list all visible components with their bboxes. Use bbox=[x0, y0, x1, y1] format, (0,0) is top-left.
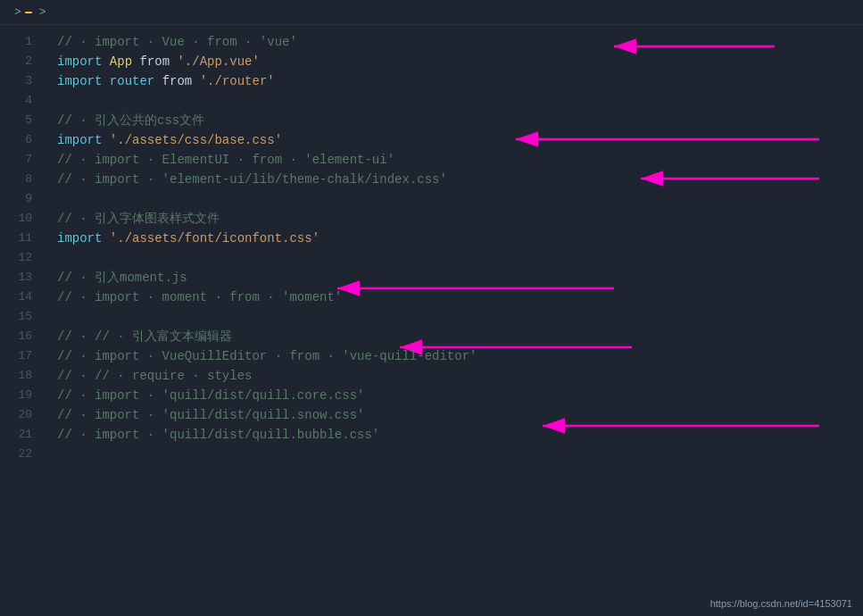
code-token-comment: // · import · ElementUI · from · 'elemen… bbox=[57, 153, 394, 167]
line-number: 1 bbox=[0, 32, 43, 52]
line-number: 9 bbox=[0, 189, 43, 209]
code-token-keyword: import bbox=[57, 54, 102, 69]
code-token-keyword: import bbox=[57, 231, 102, 246]
code-line: // · import · 'quill/dist/quill.bubble.c… bbox=[57, 425, 849, 445]
line-number: 2 bbox=[0, 52, 43, 71]
line-number: 17 bbox=[0, 346, 43, 366]
code-line bbox=[57, 307, 849, 327]
line-number: 12 bbox=[0, 248, 43, 268]
code-token-comment: // · import · VueQuillEditor · from · 'v… bbox=[57, 349, 477, 363]
code-line: // · 引入字体图表样式文件 bbox=[57, 209, 849, 229]
line-number: 19 bbox=[0, 386, 43, 405]
line-number: 4 bbox=[0, 91, 43, 111]
code-token-comment: // · import · moment · from · 'moment' bbox=[57, 290, 342, 304]
code-line: // · // · require · styles bbox=[57, 366, 849, 386]
line-number: 10 bbox=[0, 209, 43, 229]
code-line: import router from './router' bbox=[57, 71, 849, 91]
code-token-identifier: App bbox=[110, 54, 132, 69]
line-number: 7 bbox=[0, 150, 43, 170]
code-token-string: './router' bbox=[200, 74, 275, 88]
line-numbers: 12345678910111213141516171819202122 bbox=[0, 25, 43, 614]
line-number: 21 bbox=[0, 425, 43, 445]
breadcrumb-sep1: > bbox=[14, 5, 21, 19]
code-line: // · 引入公共的css文件 bbox=[57, 111, 849, 130]
code-line: // · import · 'element-ui/lib/theme-chal… bbox=[57, 170, 849, 189]
code-line: // · import · 'quill/dist/quill.snow.css… bbox=[57, 405, 849, 425]
code-token-plain bbox=[102, 54, 109, 69]
code-line bbox=[57, 189, 849, 209]
code-line bbox=[57, 248, 849, 268]
code-token-identifier: router bbox=[110, 74, 154, 88]
line-number: 11 bbox=[0, 229, 43, 248]
line-number: 8 bbox=[0, 170, 43, 189]
code-token-string: './assets/font/iconfont.css' bbox=[110, 231, 319, 246]
line-number: 18 bbox=[0, 366, 43, 386]
code-token-string: './assets/css/base.css' bbox=[110, 133, 282, 147]
code-token-comment: // · 引入公共的css文件 bbox=[57, 113, 204, 128]
code-line: // · import · Vue · from · 'vue' bbox=[57, 32, 849, 52]
code-token-plain bbox=[154, 74, 162, 88]
line-number: 13 bbox=[0, 268, 43, 287]
code-line: import './assets/css/base.css' bbox=[57, 130, 849, 150]
code-line: import App from './App.vue' bbox=[57, 52, 849, 71]
code-token-comment: // · import · 'quill/dist/quill.snow.css… bbox=[57, 408, 364, 422]
code-area: 12345678910111213141516171819202122 bbox=[0, 25, 863, 614]
code-line: // · 引入moment.js bbox=[57, 268, 849, 287]
code-line: // · import · 'quill/dist/quill.core.css… bbox=[57, 386, 849, 405]
line-number: 16 bbox=[0, 327, 43, 346]
code-token-comment: // · import · 'quill/dist/quill.bubble.c… bbox=[57, 428, 379, 442]
code-line: // · import · ElementUI · from · 'elemen… bbox=[57, 150, 849, 170]
line-number: 6 bbox=[0, 130, 43, 150]
code-token-comment: // · import · Vue · from · 'vue' bbox=[57, 35, 297, 49]
code-line: // · import · moment · from · 'moment' bbox=[57, 287, 849, 307]
code-token-keyword: import bbox=[57, 133, 102, 147]
breadcrumb-js-badge bbox=[25, 12, 32, 13]
code-line: import './assets/font/iconfont.css' bbox=[57, 229, 849, 248]
code-token-string: './App.vue' bbox=[177, 54, 259, 69]
code-token-plain bbox=[102, 133, 109, 147]
code-token-plain bbox=[102, 231, 109, 246]
code-line bbox=[57, 91, 849, 111]
code-line: // · // · 引入富文本编辑器 bbox=[57, 327, 849, 346]
line-number: 3 bbox=[0, 71, 43, 91]
code-token-from: from bbox=[139, 54, 170, 69]
code-token-keyword: import bbox=[57, 74, 102, 88]
breadcrumb: > > bbox=[0, 0, 863, 25]
url-bar: https://blog.csdn.net/id=4153071 bbox=[710, 598, 852, 609]
code-token-plain bbox=[102, 74, 109, 88]
code-token-comment: // · 引入moment.js bbox=[57, 271, 187, 285]
code-token-from: from bbox=[162, 74, 193, 88]
code-line: // · import · VueQuillEditor · from · 'v… bbox=[57, 346, 849, 366]
breadcrumb-sep2: > bbox=[39, 5, 46, 19]
code-token-comment: // · import · 'quill/dist/quill.core.css… bbox=[57, 388, 364, 403]
code-token-plain bbox=[192, 74, 199, 88]
code-token-comment: // · 引入字体图表样式文件 bbox=[57, 212, 220, 226]
line-number: 22 bbox=[0, 445, 43, 464]
code-token-comment: // · // · 引入富文本编辑器 bbox=[57, 329, 232, 344]
code-content[interactable]: // · import · Vue · from · 'vue'import A… bbox=[43, 25, 863, 614]
line-number: 5 bbox=[0, 111, 43, 130]
line-number: 15 bbox=[0, 307, 43, 327]
line-number: 20 bbox=[0, 405, 43, 425]
line-number: 14 bbox=[0, 287, 43, 307]
code-line bbox=[57, 445, 849, 464]
code-token-comment: // · // · require · styles bbox=[57, 369, 252, 383]
code-token-comment: // · import · 'element-ui/lib/theme-chal… bbox=[57, 172, 447, 187]
